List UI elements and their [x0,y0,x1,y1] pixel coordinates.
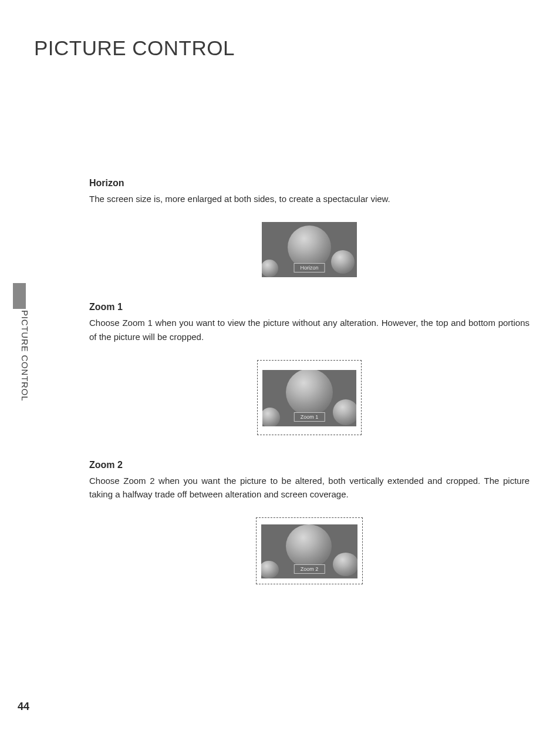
zoom1-mode-label: Zoom 1 [294,412,325,422]
sphere-icon [262,408,280,426]
content-area: Horizon The screen size is, more enlarge… [89,178,529,609]
section-zoom2: Zoom 2 Choose Zoom 2 when you want the p… [89,460,529,587]
sphere-icon [286,524,332,568]
horizon-mode-label: Horizon [294,263,325,272]
zoom2-mode-label: Zoom 2 [294,564,325,574]
sphere-icon [286,370,333,416]
zoom1-figure-wrap: Zoom 1 [89,360,529,438]
side-section-label: PICTURE CONTROL [20,310,30,401]
zoom1-figure: Zoom 1 [257,360,362,435]
zoom1-heading: Zoom 1 [89,302,529,312]
section-zoom1: Zoom 1 Choose Zoom 1 when you want to vi… [89,302,529,438]
zoom2-figure-wrap: Zoom 2 [89,517,529,587]
horizon-screen: Horizon [262,222,357,277]
sphere-icon [261,561,279,578]
zoom2-crop-frame: Zoom 2 [256,517,363,584]
side-tab-marker [13,283,26,309]
zoom1-crop-frame: Zoom 1 [257,360,362,435]
zoom2-description: Choose Zoom 2 when you want the picture … [89,474,529,502]
page-title: PICTURE CONTROL [34,36,235,60]
zoom1-screen: Zoom 1 [262,370,356,426]
horizon-figure: Horizon [262,222,357,277]
sphere-icon [262,260,278,277]
horizon-figure-wrap: Horizon [89,222,529,280]
zoom2-figure: Zoom 2 [256,517,363,584]
page-number: 44 [18,701,29,713]
sphere-icon [288,226,331,269]
zoom2-heading: Zoom 2 [89,460,529,470]
horizon-heading: Horizon [89,178,529,189]
sphere-icon [333,399,356,425]
zoom1-description: Choose Zoom 1 when you want to view the … [89,316,529,344]
section-horizon: Horizon The screen size is, more enlarge… [89,178,529,280]
zoom2-screen: Zoom 2 [261,524,357,578]
sphere-icon [333,553,357,576]
sphere-icon [331,250,355,274]
horizon-description: The screen size is, more enlarged at bot… [89,192,529,206]
